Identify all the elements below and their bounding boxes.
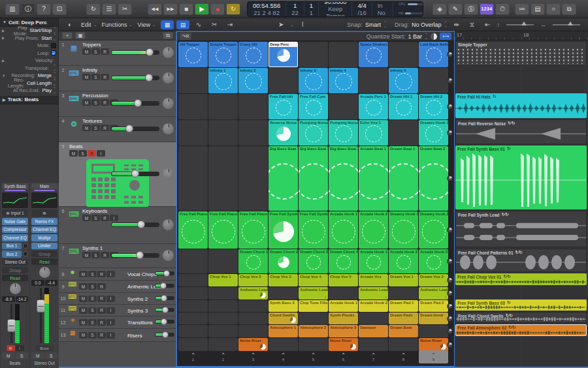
cell-infinity-3[interactable]: Infinity 3 <box>299 68 328 93</box>
scene-trigger-8[interactable]: ⌃8 <box>389 350 418 363</box>
input-monitor-button[interactable]: I <box>106 271 115 277</box>
scene-trigger-5[interactable]: ⌃5 <box>299 350 328 363</box>
cell-dreamy-hook-1[interactable]: Dreamy Hook 1 <box>389 211 418 249</box>
rows-view-button[interactable]: ▤ <box>176 20 189 29</box>
cell-infinity-4[interactable]: Infinity 4 <box>329 68 358 93</box>
empty-cell[interactable] <box>238 146 268 211</box>
cell-arcade-hook-1[interactable]: Arcade Hook 1 <box>329 211 358 249</box>
cell-phase-indicator[interactable] <box>447 316 453 322</box>
empty-cell[interactable] <box>269 338 298 351</box>
solo-button[interactable]: S <box>91 252 100 258</box>
empty-cell[interactable] <box>208 249 238 273</box>
horizontal-zoom-slider[interactable] <box>553 24 580 25</box>
catch-icon[interactable]: ⇥ <box>223 20 237 29</box>
fader-rail[interactable] <box>10 304 12 343</box>
solo-button[interactable]: S <box>91 125 100 131</box>
empty-cell[interactable] <box>299 313 328 324</box>
track-row-synths-2[interactable]: 10⌨MSRISynths 2 <box>59 293 176 305</box>
plugin-slot[interactable]: Channel EQ <box>2 234 28 241</box>
empty-cell[interactable] <box>299 42 328 67</box>
auto-zoom-icon[interactable]: ⧖ <box>466 20 479 29</box>
cell-synth-bass-3[interactable]: Synth Bass 3 <box>269 300 298 312</box>
cell-chop-vox-3[interactable]: Chop Vox 3 <box>269 274 298 286</box>
input-slot[interactable]: ⊕ <box>31 209 57 217</box>
checkbox[interactable] <box>51 43 56 48</box>
mute-button[interactable]: M <box>82 252 91 258</box>
empty-cell[interactable] <box>389 120 418 146</box>
pan-knob[interactable] <box>10 283 21 294</box>
checkbox[interactable]: ✓ <box>51 50 56 55</box>
volume-slider[interactable] <box>111 172 159 176</box>
region-free-fall-synth-lead[interactable]: Free Fall Synth Lead↻↻ <box>455 211 587 247</box>
fader-rail[interactable] <box>40 288 42 343</box>
pan-knob[interactable] <box>163 250 174 261</box>
mute-button[interactable]: M <box>82 125 91 131</box>
volume-value[interactable]: -14.2 <box>16 296 29 302</box>
track-row-infinity[interactable]: 2⌨InfinityMSR <box>59 66 176 91</box>
solo-button[interactable]: S <box>91 99 100 106</box>
strip-name[interactable]: Synth Bass <box>2 183 28 189</box>
browser-icon[interactable]: ⧉ <box>562 3 576 15</box>
cell-phase-indicator[interactable] <box>447 104 453 110</box>
pan-knob[interactable] <box>163 72 174 84</box>
empty-cell[interactable] <box>329 287 358 299</box>
solo-button[interactable]: S <box>91 74 100 80</box>
solo-button[interactable]: S <box>45 352 58 359</box>
inspector-row-playfrom[interactable]: ▶Play From:Start⌃⌄ <box>0 35 58 42</box>
input-monitor-button[interactable]: I <box>106 296 115 302</box>
empty-cell[interactable] <box>359 338 388 351</box>
stepper-icon[interactable]: ⌃⌄ <box>53 72 56 79</box>
slider-thumb[interactable] <box>134 99 142 107</box>
volume-slider[interactable] <box>111 76 159 80</box>
volume-slider[interactable] <box>155 284 174 288</box>
slider-thumb[interactable] <box>145 74 153 82</box>
cell-anthemic-lead[interactable]: Anthemic Lead♪ <box>419 287 448 299</box>
cell-crazy-hh[interactable]: Crazy HH <box>238 42 268 67</box>
empty-cell[interactable] <box>208 120 238 146</box>
cell-arcade-hook-2[interactable]: Arcade Hook 2 <box>359 300 388 312</box>
solo-button[interactable]: S <box>16 352 29 359</box>
rewind-button[interactable]: ◀◀ <box>148 3 162 15</box>
scene-trigger-7[interactable]: ⌃7 <box>359 350 388 363</box>
toolbar-icon[interactable]: ▥ <box>5 3 20 15</box>
add-track-button[interactable]: + <box>62 32 73 39</box>
pan-knob[interactable] <box>163 123 174 134</box>
empty-cell[interactable] <box>299 338 328 351</box>
track-row-textures[interactable]: 4❂TexturesMSRI <box>59 117 176 142</box>
menu-view[interactable]: View⌄ <box>135 20 158 29</box>
mute-button[interactable]: M <box>79 307 88 314</box>
record-enable-button[interactable]: R <box>101 48 109 55</box>
mute-button[interactable]: M <box>79 319 88 326</box>
cell-dream-chord-2[interactable]: Dream Chord 2 <box>269 249 298 273</box>
metronome-icon[interactable]: ⏱ <box>495 3 510 15</box>
input-monitor-button[interactable]: I <box>97 150 105 157</box>
volume-slider[interactable] <box>111 222 159 227</box>
pan-knob[interactable] <box>163 168 174 179</box>
empty-cell[interactable] <box>238 325 268 337</box>
track-row-vocal-chops[interactable]: 8☻MSRIVocal Chops <box>59 268 176 281</box>
solo-icon[interactable]: Ⓢ <box>464 3 478 15</box>
cell-pumping-noise[interactable]: Pumping Noise <box>299 120 328 146</box>
empty-cell[interactable] <box>238 300 268 312</box>
output-slot[interactable]: Stereo Out <box>2 259 28 266</box>
empty-cell[interactable] <box>178 313 208 324</box>
cell-noise-riser[interactable]: Noise Riser <box>329 338 358 351</box>
slider-thumb[interactable] <box>160 283 167 289</box>
track-row-risers[interactable]: 13▦MSRIRisers <box>59 329 176 342</box>
cell-dream-pad-2[interactable]: Dream Pad 2 <box>419 300 448 312</box>
scene-trigger-6[interactable]: ⌃6 <box>329 350 358 363</box>
pan-value[interactable]: 0.0 <box>31 280 44 286</box>
eq-thumbnail[interactable] <box>31 192 57 208</box>
stepper-icon[interactable]: ⌃⌄ <box>53 80 56 86</box>
solo-button[interactable]: S <box>91 215 100 221</box>
volume-slider[interactable] <box>155 271 174 275</box>
slider-thumb[interactable] <box>161 295 167 301</box>
cell-big-bass-beat-2[interactable]: Big Bass Beat 2 <box>299 146 328 211</box>
cell-phase-indicator[interactable] <box>447 130 453 136</box>
region-free-fall-reverse-noise[interactable]: Free Fall Reverse Noise↻↻ <box>455 119 587 144</box>
automation-mode[interactable]: Read <box>2 275 28 281</box>
cell-pumping-noise[interactable]: Pumping Noise <box>329 120 358 146</box>
strip-name[interactable]: Main <box>31 183 57 189</box>
track-inspector-header[interactable]: ▶ Track: Beats <box>0 96 58 104</box>
record-enable-button[interactable]: R <box>101 215 109 221</box>
